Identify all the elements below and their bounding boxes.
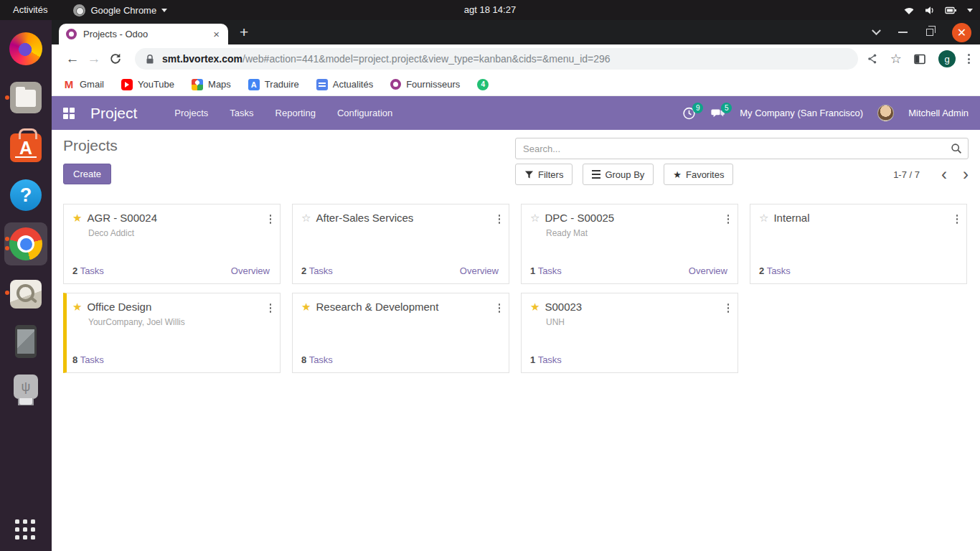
dock-item-help[interactable]: ?: [4, 174, 47, 217]
card-menu-icon[interactable]: [727, 215, 730, 224]
share-icon[interactable]: [867, 53, 878, 65]
bookmark-unlabeled[interactable]: 4: [477, 79, 494, 90]
project-partner: YourCompany, Joel Willis: [88, 317, 271, 327]
url-text: smt.bvortex.com/web#action=441&model=pro…: [162, 53, 611, 65]
browser-menu-icon[interactable]: [968, 54, 970, 64]
chrome-icon: [9, 227, 42, 260]
bookmark-maps[interactable]: Maps: [192, 79, 231, 90]
project-card[interactable]: ★AGR - S00024 Deco Addict 2 TasksOvervie…: [63, 204, 281, 284]
company-switcher[interactable]: My Company (San Francisco): [740, 108, 863, 118]
project-title[interactable]: Research & Development: [316, 301, 438, 313]
tasks-link[interactable]: 8 Tasks: [72, 354, 104, 365]
dock-item-firefox[interactable]: [4, 27, 47, 70]
project-card[interactable]: ☆DPC - S00025 Ready Mat 1 TasksOverview: [521, 204, 738, 284]
messages-menu[interactable]: 5: [711, 106, 725, 121]
dock-item-chrome[interactable]: [4, 222, 47, 265]
card-menu-icon[interactable]: [499, 215, 501, 224]
menu-configuration[interactable]: Configuration: [337, 108, 392, 118]
card-menu-icon[interactable]: [270, 215, 272, 224]
new-tab-button[interactable]: +: [240, 24, 248, 41]
tasks-link[interactable]: 2 Tasks: [72, 265, 104, 276]
filters-button[interactable]: Filters: [515, 164, 573, 185]
show-applications-button[interactable]: [15, 519, 37, 541]
search-icon[interactable]: [951, 143, 962, 154]
reload-button[interactable]: [105, 52, 126, 65]
overview-link[interactable]: Overview: [460, 265, 499, 276]
profile-avatar[interactable]: g: [938, 50, 956, 67]
tasks-link[interactable]: 1 Tasks: [530, 265, 562, 276]
maps-icon: [192, 79, 203, 90]
odoo-menus: Projects Tasks Reporting Configuration: [174, 108, 392, 118]
card-menu-icon[interactable]: [499, 303, 501, 313]
app-name[interactable]: Project: [90, 105, 137, 122]
user-name[interactable]: Mitchell Admin: [908, 108, 969, 118]
project-card[interactable]: ★S00023 UNH 1 Tasks: [521, 293, 738, 373]
favorite-star-icon[interactable]: ☆: [759, 212, 768, 223]
system-clock[interactable]: agt 18 14:27: [464, 0, 516, 20]
group-by-button[interactable]: Group By: [583, 164, 654, 185]
menu-projects[interactable]: Projects: [174, 108, 208, 118]
activities-menu[interactable]: 9: [682, 106, 697, 121]
project-title[interactable]: Internal: [773, 212, 809, 224]
tasks-link[interactable]: 2 Tasks: [301, 265, 333, 276]
bookmark-gmail[interactable]: MGmail: [63, 79, 104, 90]
project-card[interactable]: ☆After-Sales Services 2 TasksOverview: [292, 204, 509, 284]
tasks-link[interactable]: 8 Tasks: [301, 354, 333, 365]
bookmark-star-icon[interactable]: ☆: [890, 51, 902, 67]
favorite-star-icon[interactable]: ☆: [301, 212, 311, 223]
bookmark-fournisseurs[interactable]: Fournisseurs: [390, 79, 460, 90]
close-window-button[interactable]: ✕: [952, 23, 971, 42]
system-status-icons[interactable]: [903, 0, 973, 20]
overview-link[interactable]: Overview: [689, 265, 727, 276]
favorite-star-icon[interactable]: ★: [72, 212, 82, 223]
dock-item-phone[interactable]: [4, 320, 47, 363]
overview-link[interactable]: Overview: [231, 265, 270, 276]
tab-close-icon[interactable]: ×: [210, 28, 222, 40]
menu-reporting[interactable]: Reporting: [275, 108, 316, 118]
app-menu[interactable]: Google Chrome: [73, 4, 167, 17]
bookmark-traduire[interactable]: ATraduire: [248, 79, 299, 90]
menu-tasks[interactable]: Tasks: [230, 108, 253, 118]
favorites-button[interactable]: ★ Favorites: [664, 164, 733, 185]
browser-tab[interactable]: Projects - Odoo ×: [59, 24, 228, 44]
help-icon: ?: [10, 179, 42, 211]
project-title[interactable]: After-Sales Services: [316, 212, 413, 224]
favorite-star-icon[interactable]: ★: [530, 301, 540, 312]
bookmark-youtube[interactable]: YouTube: [121, 79, 174, 90]
pager-previous-icon[interactable]: ‹: [941, 166, 947, 183]
bookmark-actualites[interactable]: Actualités: [316, 79, 373, 90]
search-box[interactable]: [515, 138, 969, 159]
apps-grid-icon[interactable]: [63, 108, 75, 119]
project-title[interactable]: DPC - S00025: [545, 212, 614, 224]
project-title[interactable]: S00023: [545, 301, 582, 313]
search-input[interactable]: [523, 143, 951, 154]
card-menu-icon[interactable]: [956, 215, 958, 224]
activities-button[interactable]: Activités: [0, 0, 60, 20]
forward-button[interactable]: →: [83, 51, 105, 67]
dock-item-files[interactable]: [4, 76, 47, 119]
address-bar[interactable]: smt.bvortex.com/web#action=441&model=pro…: [135, 48, 858, 70]
pager-next-icon[interactable]: ›: [963, 166, 969, 183]
restore-button[interactable]: [926, 29, 933, 36]
project-card[interactable]: ★Research & Development 8 Tasks: [292, 293, 509, 373]
dock-item-usb[interactable]: ψ: [4, 369, 47, 412]
card-menu-icon[interactable]: [270, 303, 272, 313]
create-button[interactable]: Create: [63, 164, 111, 184]
tasks-link[interactable]: 2 Tasks: [759, 265, 791, 276]
favorite-star-icon[interactable]: ★: [72, 301, 82, 312]
project-title[interactable]: Office Design: [87, 301, 151, 313]
side-panel-icon[interactable]: [914, 54, 926, 65]
project-title[interactable]: AGR - S00024: [87, 212, 157, 224]
minimize-button[interactable]: [898, 32, 908, 33]
card-menu-icon[interactable]: [727, 303, 730, 313]
back-button[interactable]: ←: [62, 51, 83, 67]
project-card[interactable]: ☆Internal 2 Tasks: [750, 204, 967, 284]
dock-item-ubuntu-software[interactable]: A: [4, 125, 47, 168]
tab-search-icon[interactable]: [872, 26, 881, 35]
tasks-link[interactable]: 1 Tasks: [530, 354, 562, 365]
favorite-star-icon[interactable]: ☆: [530, 212, 540, 223]
favorite-star-icon[interactable]: ★: [301, 301, 311, 312]
project-card[interactable]: ★Office Design YourCompany, Joel Willis …: [63, 293, 281, 373]
dock-item-screenshot[interactable]: [4, 271, 47, 314]
user-avatar[interactable]: [877, 105, 894, 121]
